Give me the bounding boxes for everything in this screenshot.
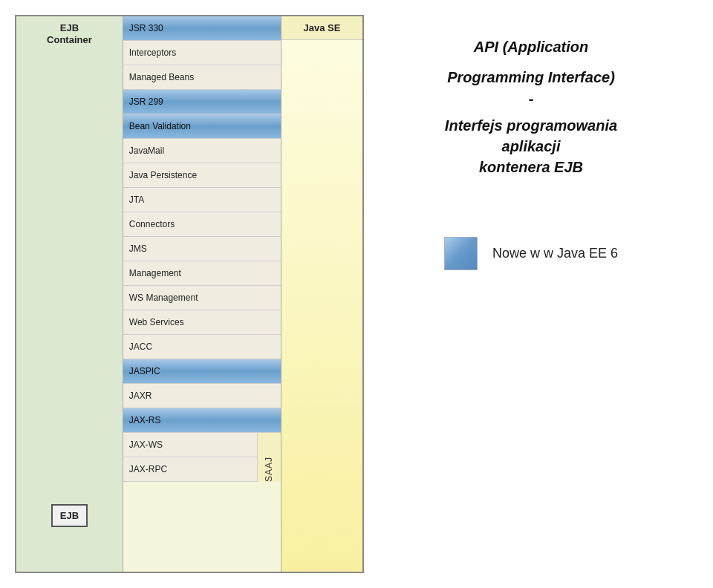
right-panel: API (Application Programming Interface) …	[364, 15, 698, 573]
list-item: WS Management	[123, 286, 281, 310]
list-item: JAX-RS	[123, 408, 281, 433]
java-se-header: Java SE	[281, 16, 362, 40]
list-item: JACC	[123, 335, 281, 359]
list-item: Java Persistence	[123, 163, 281, 188]
list-column: JSR 330 Interceptors Managed Beans JSR 2…	[123, 16, 281, 572]
legend-color-box	[444, 237, 478, 270]
saaj-label: SAAJ	[264, 449, 274, 482]
list-item: JAX-RPC	[123, 457, 257, 482]
java-se-body	[281, 40, 362, 572]
list-item: JTA	[123, 188, 281, 212]
api-dash: -	[529, 91, 534, 108]
list-item: Interceptors	[123, 41, 281, 65]
api-title-line2: Programming Interface)	[447, 68, 615, 87]
api-desc-line1: Interfejs programowania	[445, 117, 617, 134]
list-item-web-services: Web Services	[123, 310, 281, 335]
api-title-line1: API (Application	[474, 37, 588, 56]
saaj-column: SAAJ	[257, 433, 281, 482]
java-se-column: Java SE	[281, 16, 362, 572]
list-item: JavaMail	[123, 139, 281, 163]
api-desc-line2: aplikacji	[502, 138, 561, 154]
list-item: JSR 330	[123, 16, 281, 41]
list-item-bean-validation: Bean Validation	[123, 114, 281, 139]
diagram-area: EJB Container EJB JSR 330 Interceptors M…	[15, 15, 364, 573]
ejb-container-label: EJB Container	[43, 16, 96, 45]
main-container: EJB Container EJB JSR 330 Interceptors M…	[15, 15, 698, 573]
api-desc-line3: kontenera EJB	[479, 159, 583, 175]
list-item: Management	[123, 261, 281, 286]
list-item: JMS	[123, 237, 281, 261]
legend-text: Nowe w w Java EE 6	[492, 246, 618, 261]
list-item: Connectors	[123, 212, 281, 237]
list-item: JAX-WS	[123, 433, 257, 457]
list-item: JASPIC	[123, 359, 281, 384]
list-item: JAXR	[123, 384, 281, 408]
list-item: JSR 299	[123, 90, 281, 114]
ejb-container-column: EJB Container EJB	[16, 16, 123, 572]
api-description: Interfejs programowania aplikacji konten…	[445, 115, 617, 177]
list-item: Managed Beans	[123, 65, 281, 90]
legend-row: Nowe w w Java EE 6	[444, 237, 618, 270]
ejb-label: EJB	[51, 504, 88, 527]
